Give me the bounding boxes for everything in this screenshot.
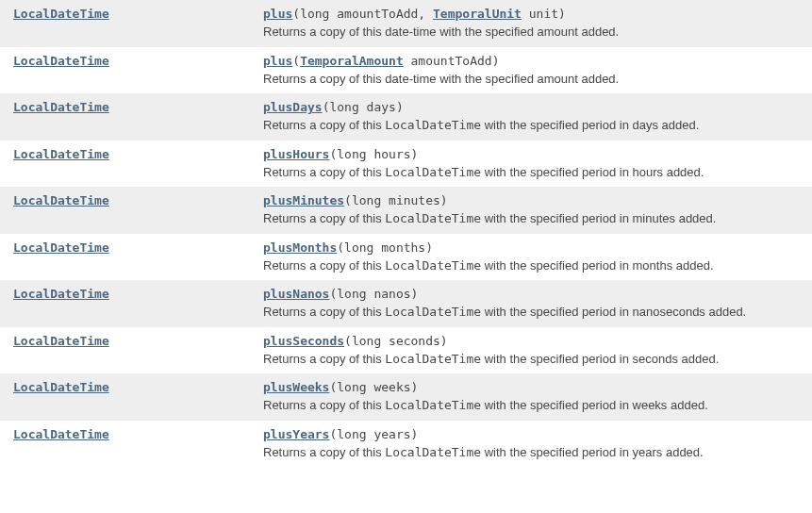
method-signature: plusNanos(long nanos) (263, 287, 418, 301)
method-description: Returns a copy of this LocalDateTime wit… (263, 257, 803, 274)
method-signature: plusDays(long days) (263, 100, 404, 114)
table-row: LocalDateTimeplusDays(long days)Returns … (0, 93, 812, 141)
return-type-link[interactable]: LocalDateTime (13, 193, 109, 207)
return-type-cell: LocalDateTime (0, 93, 263, 141)
method-description: Returns a copy of this LocalDateTime wit… (263, 117, 803, 134)
method-signature: plus(TemporalAmount amountToAdd) (263, 54, 499, 68)
signature-text: (long hours) (329, 147, 418, 161)
table-row: LocalDateTimeplusMinutes(long minutes)Re… (0, 187, 812, 234)
method-name-link[interactable]: plusDays (263, 100, 323, 114)
signature-text: (long weeks) (329, 380, 418, 394)
method-cell: plusMonths(long months)Returns a copy of… (263, 234, 812, 281)
table-row: LocalDateTimeplus(TemporalAmount amountT… (0, 47, 812, 94)
method-name-link[interactable]: plusWeeks (263, 380, 329, 394)
signature-text: (long minutes) (344, 193, 448, 207)
method-name-link[interactable]: plusSeconds (263, 334, 344, 348)
signature-text: (long days) (323, 100, 404, 114)
method-signature: plusMinutes(long minutes) (263, 193, 448, 207)
method-name-link[interactable]: plusHours (263, 147, 329, 161)
return-type-cell: LocalDateTime (0, 0, 263, 47)
signature-text: (long nanos) (329, 287, 418, 301)
method-cell: plusDays(long days)Returns a copy of thi… (263, 93, 812, 141)
table-row: LocalDateTimeplusMonths(long months)Retu… (0, 234, 812, 281)
return-type-link[interactable]: LocalDateTime (13, 54, 109, 68)
method-name-link[interactable]: plusYears (263, 427, 329, 441)
method-cell: plus(TemporalAmount amountToAdd)Returns … (263, 47, 812, 94)
return-type-cell: LocalDateTime (0, 47, 263, 94)
method-summary-table: LocalDateTimeplus(long amountToAdd, Temp… (0, 0, 812, 467)
method-signature: plusSeconds(long seconds) (263, 334, 448, 348)
return-type-link[interactable]: LocalDateTime (13, 427, 109, 441)
table-row: LocalDateTimeplus(long amountToAdd, Temp… (0, 0, 812, 47)
method-description: Returns a copy of this LocalDateTime wit… (263, 397, 803, 414)
method-name-link[interactable]: plusMinutes (263, 193, 344, 207)
param-type-link[interactable]: TemporalAmount (300, 54, 404, 68)
return-type-cell: LocalDateTime (0, 421, 263, 468)
table-row: LocalDateTimeplusYears(long years)Return… (0, 421, 812, 468)
return-type-link[interactable]: LocalDateTime (13, 334, 109, 348)
return-type-link[interactable]: LocalDateTime (13, 147, 109, 161)
method-description: Returns a copy of this LocalDateTime wit… (263, 304, 803, 321)
method-description: Returns a copy of this LocalDateTime wit… (263, 351, 803, 368)
return-type-cell: LocalDateTime (0, 234, 263, 281)
signature-text: (long years) (329, 427, 418, 441)
method-name-link[interactable]: plus (263, 54, 292, 68)
method-signature: plusMonths(long months) (263, 240, 433, 255)
method-description: Returns a copy of this date-time with th… (263, 24, 803, 41)
return-type-link[interactable]: LocalDateTime (13, 287, 109, 301)
method-cell: plusNanos(long nanos)Returns a copy of t… (263, 280, 812, 327)
table-row: LocalDateTimeplusWeeks(long weeks)Return… (0, 373, 812, 421)
method-cell: plusMinutes(long minutes)Returns a copy … (263, 187, 812, 234)
return-type-cell: LocalDateTime (0, 280, 263, 327)
method-cell: plusYears(long years)Returns a copy of t… (263, 421, 812, 468)
method-signature: plus(long amountToAdd, TemporalUnit unit… (263, 7, 566, 21)
return-type-link[interactable]: LocalDateTime (13, 100, 109, 114)
method-description: Returns a copy of this LocalDateTime wit… (263, 210, 803, 227)
signature-text: (long amountToAdd, (292, 7, 433, 21)
return-type-link[interactable]: LocalDateTime (13, 380, 109, 394)
return-type-cell: LocalDateTime (0, 327, 263, 374)
method-signature: plusHours(long hours) (263, 147, 418, 161)
method-cell: plusHours(long hours)Returns a copy of t… (263, 141, 812, 188)
method-description: Returns a copy of this LocalDateTime wit… (263, 444, 803, 461)
method-name-link[interactable]: plusNanos (263, 287, 329, 301)
return-type-cell: LocalDateTime (0, 187, 263, 234)
signature-text: (long months) (337, 240, 433, 255)
method-description: Returns a copy of this date-time with th… (263, 71, 803, 88)
method-name-link[interactable]: plus (263, 7, 292, 21)
signature-text: ( (292, 54, 300, 68)
return-type-link[interactable]: LocalDateTime (13, 240, 109, 255)
signature-text: unit) (522, 7, 566, 21)
table-row: LocalDateTimeplusNanos(long nanos)Return… (0, 280, 812, 327)
param-type-link[interactable]: TemporalUnit (433, 7, 522, 21)
method-description: Returns a copy of this LocalDateTime wit… (263, 164, 803, 181)
table-row: LocalDateTimeplusSeconds(long seconds)Re… (0, 327, 812, 374)
return-type-cell: LocalDateTime (0, 373, 263, 421)
method-cell: plus(long amountToAdd, TemporalUnit unit… (263, 0, 812, 47)
return-type-cell: LocalDateTime (0, 141, 263, 188)
method-cell: plusSeconds(long seconds)Returns a copy … (263, 327, 812, 374)
table-row: LocalDateTimeplusHours(long hours)Return… (0, 141, 812, 188)
signature-text: (long seconds) (344, 334, 448, 348)
method-signature: plusYears(long years) (263, 427, 418, 441)
return-type-link[interactable]: LocalDateTime (13, 7, 109, 21)
signature-text: amountToAdd) (404, 54, 500, 68)
method-signature: plusWeeks(long weeks) (263, 380, 418, 394)
method-cell: plusWeeks(long weeks)Returns a copy of t… (263, 373, 812, 421)
method-name-link[interactable]: plusMonths (263, 240, 337, 255)
